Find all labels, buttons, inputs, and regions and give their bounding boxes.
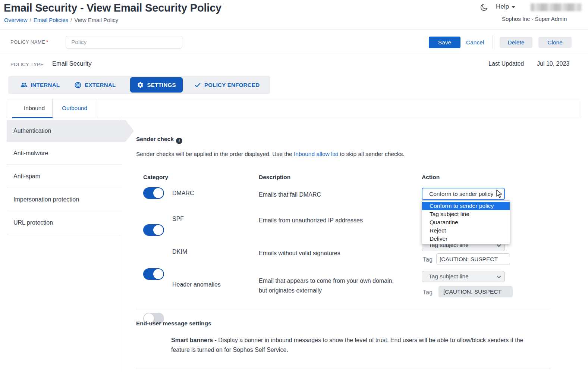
tab-external[interactable]: EXTERNAL [74,81,116,89]
header-anomalies-tag-label: Tag [423,289,433,296]
check-icon [194,81,201,89]
breadcrumb-overview[interactable]: Overview [4,17,28,23]
dmarc-description: Emails that fail DMARC [259,190,321,200]
button-divider [493,35,493,49]
last-updated-label: Last Updated [488,60,524,67]
breadcrumb: Overview/Email Policies/View Email Polic… [4,17,118,23]
tab-outbound[interactable]: Outbound [62,105,87,112]
dmarc-toggle[interactable] [143,187,164,199]
clone-button[interactable]: Clone [538,37,572,48]
policy-type-value: Email Security [52,60,91,67]
sidebar-item-label: URL protection [13,219,53,226]
user-name-redacted[interactable] [531,3,581,11]
sidebar-item-anti-malware[interactable]: Anti-malware [7,142,122,165]
section-divider [136,310,551,310]
column-header-description: Description [259,174,290,181]
sidebar-item-impersonation-protection[interactable]: Impersonation protection [7,188,122,211]
gear-icon [137,81,144,88]
theme-moon-icon[interactable] [479,3,488,13]
dmarc-action-select[interactable]: Conform to sender policy [422,188,505,200]
info-icon[interactable]: i [176,138,182,144]
delete-button[interactable]: Delete [500,37,532,48]
dkim-label: DKIM [172,248,187,255]
dmarc-action-menu: Conform to sender policy Tag subject lin… [422,200,510,244]
globe-icon [74,81,82,89]
sidebar-item-label: Anti-malware [13,150,48,157]
dmarc-action-value: Conform to sender policy [429,191,493,197]
save-button[interactable]: Save [429,37,460,48]
column-header-category: Category [143,174,168,181]
tab-internal[interactable]: INTERNAL [21,81,60,88]
breadcrumb-email-policies[interactable]: Email Policies [34,17,68,23]
help-menu[interactable]: Help [496,3,515,10]
spf-description: Emails from unauthorized IP addresses [259,216,363,225]
menu-option-deliver[interactable]: Deliver [422,235,510,243]
chevron-down-icon [497,273,501,280]
section-divider [136,369,551,369]
tab-policy-enforced[interactable]: POLICY ENFORCED [194,81,260,89]
page-title: Email Security - View Email Security Pol… [4,2,221,14]
smart-banners-text: Smart banners - Display a banner in inbo… [171,335,540,355]
chevron-down-icon [496,191,501,197]
header-anomalies-tag-input[interactable] [438,286,513,297]
toggle-knob [153,269,163,279]
menu-option-conform-to-sender-policy[interactable]: Conform to sender policy [422,202,510,210]
sender-check-intro: Sender checks will be applied in the ord… [136,151,404,157]
breadcrumb-current: View Email Policy [74,17,118,23]
toggle-knob [153,225,163,235]
account-role-line: Sophos Inc · Super Admin [502,16,567,22]
header-anomalies-action-value: Tag subject line [429,273,469,280]
policy-bar-divider [0,53,588,53]
column-header-action: Action [422,174,440,181]
header-anomalies-action-select[interactable]: Tag subject line [422,271,505,282]
toggle-knob [153,188,163,198]
smart-banners-label: Smart banners - [171,337,218,343]
tab-settings-label: SETTINGS [147,82,176,88]
inbound-active-underline [12,117,53,118]
header-anomalies-description: Email that appears to come from your own… [259,276,395,296]
sender-check-title: Sender checki [136,136,182,144]
breadcrumb-separator: / [28,17,34,23]
breadcrumb-separator: / [68,17,74,23]
sidebar-item-authentication[interactable]: Authentication [7,120,134,142]
help-label: Help [496,3,509,10]
chevron-down-icon [512,6,515,8]
people-icon [21,81,28,88]
policy-type-label: POLICY TYPE [10,62,44,67]
sidebar-item-label: Anti-spam [13,173,40,180]
dkim-tag-input[interactable] [436,253,510,265]
dmarc-label: DMARC [172,190,194,197]
header-divider [0,29,588,29]
required-asterisk: * [46,39,48,45]
menu-option-tag-subject-line[interactable]: Tag subject line [422,210,510,218]
sidebar-item-url-protection[interactable]: URL protection [7,211,122,234]
policy-name-label: POLICY NAME* [10,39,48,45]
cancel-button[interactable]: Cancel [466,39,484,46]
subtab-divider [97,99,97,118]
menu-option-reject[interactable]: Reject [422,226,510,235]
tab-settings[interactable]: SETTINGS [130,77,182,93]
email-security-policy-page: Email Security - View Email Security Pol… [0,0,588,372]
header-anomalies-label: Header anomalies [172,281,221,288]
direction-tabbar [7,99,581,118]
dkim-toggle[interactable] [143,268,164,280]
last-updated-value: Jul 10, 2023 [537,60,569,67]
dkim-description: Emails without valid signatures [259,248,340,258]
dkim-tag-label: Tag [423,256,433,263]
end-user-settings-title: End-user message settings [136,320,211,327]
sidebar-item-anti-spam[interactable]: Anti-spam [7,165,122,188]
policy-name-input[interactable] [66,36,182,49]
spf-toggle[interactable] [143,224,164,236]
spf-label: SPF [172,216,184,222]
menu-option-quarantine[interactable]: Quarantine [422,218,510,226]
sidebar-item-label: Authentication [13,128,51,134]
inbound-allow-list-link[interactable]: Inbound allow list [294,151,338,157]
sidebar-item-label: Impersonation protection [13,196,79,203]
tab-external-label: EXTERNAL [85,82,116,88]
tab-inbound[interactable]: Inbound [24,105,45,112]
tab-policy-enforced-label: POLICY ENFORCED [204,82,260,88]
tab-internal-label: INTERNAL [31,82,60,88]
subtab-divider [52,99,53,118]
main-tabbar: INTERNAL EXTERNAL SETTINGS POLICY ENFORC… [8,76,270,94]
